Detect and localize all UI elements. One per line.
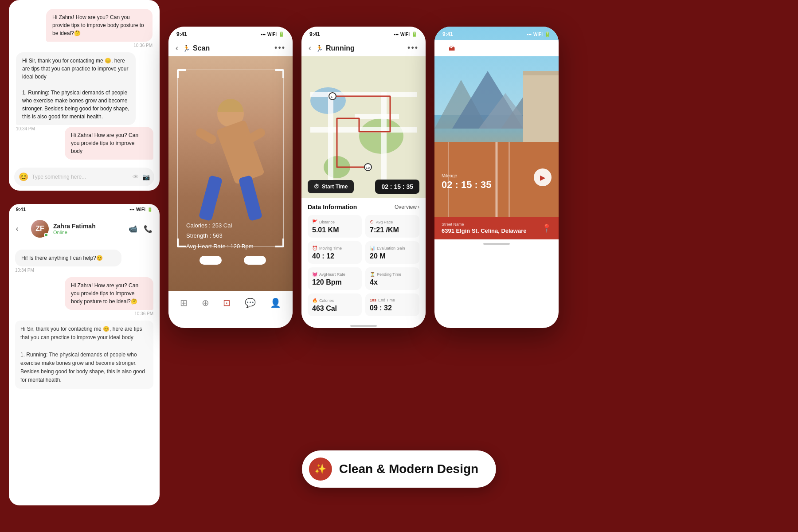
scan-back-btn[interactable]: ‹ — [176, 43, 178, 53]
header-actions: 📹 📞 — [129, 225, 153, 233]
street-bar: Street Name 6391 Elgin St. Celina, Delaw… — [434, 217, 559, 239]
time: 9:41 — [16, 207, 26, 212]
data-card-calories: 🔥 Calories 463 Cal — [308, 293, 362, 316]
bottom-badge: ✨ Clean & Modern Design — [302, 450, 496, 488]
status-bar-place: 9:41 ▪▪▪ WiFi 🔋 — [434, 27, 559, 40]
timestamp: 10:36 PM — [134, 311, 153, 316]
wifi-place: WiFi — [533, 32, 543, 37]
emoji-icon: 😊 — [19, 172, 28, 182]
phone-place: 9:41 ▪▪▪ WiFi 🔋 ‹ 🏔 Place ••• Mileage 02… — [434, 27, 559, 328]
scan-stats: Calories : 253 Cal Strength : 563 Avg He… — [186, 220, 254, 251]
camera-icon[interactable]: 📷 — [142, 173, 150, 180]
contact-info: Zahra Fatimah Online — [53, 223, 124, 235]
scan-more-btn[interactable]: ••• — [274, 43, 286, 53]
place-more-btn[interactable]: ••• — [540, 43, 552, 53]
video-call-icon[interactable]: 📹 — [129, 225, 137, 233]
svg-rect-6 — [328, 92, 333, 180]
running-back-btn[interactable]: ‹ — [309, 43, 311, 53]
timestamp: 10:34 PM — [15, 268, 34, 273]
scan-title: Scan — [193, 44, 274, 52]
chat-bubble-sent-1: Hi Zahra! How are you? Can you provide t… — [16, 9, 153, 48]
chat-input-placeholder[interactable]: Type something here... — [32, 174, 129, 180]
bubble-text: Hi Zahra! How are you? Can you provide t… — [46, 9, 153, 42]
data-info-title: Data Information — [308, 203, 357, 211]
data-card-elevationgain: 📊 Evaluation Gain 20 M — [365, 241, 419, 264]
scan-nav: ‹ 🏃 Scan ••• — [168, 40, 293, 56]
phone-running: 9:41 ▪▪▪ WiFi 🔋 ‹ 🏃 Running ••• — [301, 27, 426, 328]
plus-tab-icon[interactable]: ⊕ — [202, 297, 209, 308]
street-label: Street Name — [442, 222, 526, 227]
phones-area: 9:41 ▪▪▪ WiFi 🔋 ‹ 🏃 Scan ••• — [168, 27, 559, 328]
play-button[interactable]: ▶ — [534, 168, 552, 186]
mileage-value: 02 : 15 : 35 — [442, 179, 492, 191]
bubble-text: Hi Zahra! How are you? Can you provide t… — [65, 127, 153, 160]
chat-body: Hi! Is there anything I can help?😊 10:34… — [9, 244, 160, 488]
signal-running: ▪▪▪ — [394, 32, 399, 37]
msg-received-2: Hi Sir, thank you for contacting me 😊, h… — [15, 321, 153, 389]
wifi-running: WiFi — [400, 32, 410, 37]
phone-scan: 9:41 ▪▪▪ WiFi 🔋 ‹ 🏃 Scan ••• — [168, 27, 293, 328]
overview-link[interactable]: Overview › — [395, 204, 419, 210]
start-time-label: Start Time — [322, 184, 348, 190]
eye-icon[interactable]: 👁 — [133, 173, 139, 180]
data-info-section: Data Information Overview › 🚩 Distance 5… — [301, 198, 426, 321]
status-bar: 9:41 ▪▪▪ WiFi 🔋 — [9, 204, 160, 214]
time-scan: 9:41 — [176, 31, 187, 37]
map-area: 1 10 ⏱ Start Time 02 : 15 : 35 — [301, 56, 426, 198]
data-card-endtime: 10s End Time 09 : 32 — [365, 293, 419, 316]
data-grid: 🚩 Distance 5.01 KM ⏱ Avg Pace 7:21 /KM ⏰… — [308, 215, 419, 316]
data-card-pendingtime: ⏳ Pending Time 4x — [365, 267, 419, 290]
mileage-overlay: Mileage 02 : 15 : 35 — [442, 173, 492, 191]
place-brand-icon: 🏔 — [449, 45, 455, 52]
calories-stat: Calories : 253 Cal — [186, 220, 254, 231]
status-bar-scan: 9:41 ▪▪▪ WiFi 🔋 — [168, 27, 293, 40]
contact-name: Zahra Fatimah — [53, 223, 124, 230]
online-indicator — [44, 233, 48, 237]
data-info-header: Data Information Overview › — [308, 203, 419, 211]
badge-text: Clean & Modern Design — [339, 462, 478, 476]
msg-received-1: Hi! Is there anything I can help?😊 10:34… — [15, 250, 153, 273]
back-arrow-icon[interactable]: ‹ — [16, 225, 27, 233]
grid-tab-icon[interactable]: ⊞ — [180, 297, 188, 308]
scan-image-area: Calories : 253 Cal Strength : 563 Avg He… — [168, 56, 293, 291]
chat-header: ‹ ZF Zahra Fatimah Online 📹 📞 — [9, 214, 160, 244]
running-nav: ‹ 🏃 Running ••• — [301, 40, 426, 56]
running-more-btn[interactable]: ••• — [407, 43, 419, 53]
place-image-area: 9:41 ▪▪▪ WiFi 🔋 ‹ 🏔 Place ••• Mileage 02… — [434, 27, 559, 239]
battery-scan: 🔋 — [278, 31, 285, 37]
strength-stat: Strength : 563 — [186, 231, 254, 241]
clock-icon: ⏱ — [314, 184, 319, 190]
svg-rect-8 — [355, 114, 399, 119]
signal-scan: ▪▪▪ — [261, 32, 266, 37]
place-title: Place — [458, 44, 540, 52]
place-back-btn[interactable]: ‹ — [442, 43, 444, 53]
scan-tab-icon[interactable]: ⊡ — [223, 297, 231, 308]
chat-bubble-received-1: Hi Sir, thank you for contacting me 😊, h… — [16, 52, 153, 131]
data-card-distance: 🚩 Distance 5.01 KM — [308, 215, 362, 238]
badge-icon-circle: ✨ — [309, 458, 332, 481]
mileage-label: Mileage — [442, 173, 492, 178]
wifi-scan: WiFi — [267, 32, 277, 37]
chat-screen-2: 9:41 ▪▪▪ WiFi 🔋 ‹ ZF Zahra Fatimah Onlin… — [9, 204, 160, 505]
signal-icon: ▪▪▪ — [129, 207, 134, 212]
street-info: Street Name 6391 Elgin St. Celina, Delaw… — [442, 222, 526, 234]
home-indicator-place — [434, 239, 559, 248]
badge-icon: ✨ — [314, 463, 326, 475]
avatar-container: ZF — [31, 220, 49, 238]
bubble-text: Hi Sir, thank you for contacting me 😊, h… — [16, 52, 136, 125]
time-running: 9:41 — [309, 31, 320, 37]
street-value: 6391 Elgin St. Celina, Delaware — [442, 227, 526, 234]
chat-input-bar[interactable]: 😊 Type something here... 👁 📷 — [14, 168, 154, 186]
time-place: 9:41 — [442, 31, 453, 37]
timestamp: 10:36 PM — [133, 43, 153, 48]
data-card-heartrate: 💓 AvgHeart Rate 120 Bpm — [308, 267, 362, 290]
phone-call-icon[interactable]: 📞 — [144, 225, 153, 233]
profile-tab-icon[interactable]: 👤 — [270, 297, 281, 308]
timestamp: 10:34 PM — [16, 126, 35, 131]
battery-icon: 🔋 — [147, 207, 153, 212]
svg-text:1: 1 — [331, 95, 333, 99]
data-card-movingtime: ⏰ Moving Time 40 : 12 — [308, 241, 362, 264]
chat-tab-icon[interactable]: 💬 — [245, 297, 256, 308]
home-indicator — [301, 321, 426, 328]
signal-place: ▪▪▪ — [527, 32, 532, 37]
